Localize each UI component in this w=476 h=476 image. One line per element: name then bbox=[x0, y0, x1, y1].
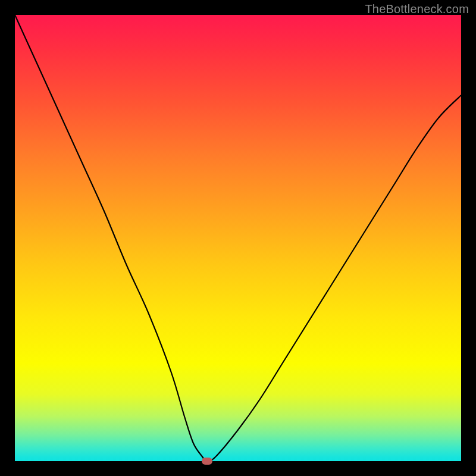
bottleneck-curve bbox=[15, 15, 461, 461]
chart-frame: TheBottleneck.com bbox=[0, 0, 476, 476]
plot-area bbox=[15, 15, 461, 461]
watermark-text: TheBottleneck.com bbox=[365, 2, 469, 16]
optimal-point-marker bbox=[202, 458, 212, 465]
